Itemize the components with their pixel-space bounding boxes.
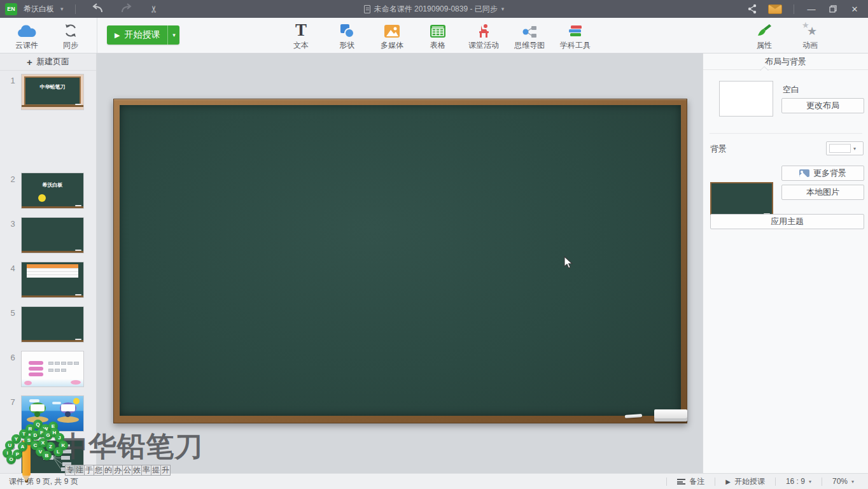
new-page-button[interactable]: + 新建页面 (0, 53, 96, 71)
change-layout-button[interactable]: 更改布局 (781, 98, 864, 113)
blackboard-frame (113, 99, 687, 423)
slide-thumbnail-7[interactable]: 7 (0, 396, 97, 431)
share-icon[interactable] (743, 0, 762, 18)
sync-button[interactable]: 同步 (48, 22, 93, 51)
slide-thumbnail-6[interactable]: 6 (0, 351, 97, 386)
animation-button[interactable]: ★ ★ 动画 (788, 22, 832, 51)
cut-icon[interactable]: ✂ (148, 0, 160, 20)
restore-button[interactable] (823, 0, 843, 18)
class-activity-icon (476, 22, 491, 38)
text-icon: T (295, 22, 307, 38)
background-color-dropdown[interactable]: ▾ (826, 141, 864, 155)
properties-button[interactable]: 属性 (742, 22, 787, 51)
subject-tools-icon (568, 22, 583, 38)
tool-text[interactable]: T 文本 (279, 22, 323, 51)
media-icon (384, 22, 400, 38)
document-icon (364, 5, 370, 13)
color-swatch (829, 144, 851, 153)
statusbar: 课件 第 9 页, 共 9 页 备注 ▶ 开始授课 16 : 9 ▾ 70% ▾ (0, 473, 868, 489)
local-image-button[interactable]: 本地图片 (781, 185, 864, 200)
page-info: 课件 第 9 页, 共 9 页 (0, 476, 78, 487)
minimize-button[interactable]: — (802, 0, 821, 18)
slide-panel: + 新建页面 1 中华铅笔刀 2 希沃白板 3 4 5 (0, 53, 97, 473)
document-title[interactable]: 未命名课件 20190909-0839 - 已同步 (374, 4, 498, 15)
app-name: 希沃白板 (24, 4, 54, 15)
cloud-courseware-button[interactable]: 云课件 (4, 22, 49, 51)
toolbar: 云课件 同步 ▶开始授课 ▾ T 文本 形状 多媒体 表格 课堂活 (0, 18, 868, 53)
panel-pointer (760, 67, 769, 71)
undo-icon[interactable] (87, 3, 109, 15)
notes-button[interactable]: 备注 (667, 476, 715, 487)
divider (97, 18, 97, 53)
slide-canvas[interactable] (97, 53, 703, 473)
aspect-ratio-dropdown[interactable]: 16 : 9 ▾ (776, 477, 822, 486)
zoom-dropdown[interactable]: 70% ▾ (822, 477, 857, 486)
slide-thumbnail-4[interactable]: 4 (0, 262, 97, 297)
more-backgrounds-button[interactable]: 更多背景 (781, 166, 864, 181)
app-logo: EN (5, 3, 17, 15)
apply-theme-button[interactable]: 应用主题 (710, 214, 864, 229)
properties-brush-icon (756, 22, 773, 38)
tool-class-activity[interactable]: 课堂活动 (461, 22, 506, 51)
redo-icon[interactable] (115, 3, 137, 15)
layout-background-panel: 布局与背景 空白 更改布局 背景 ▾ 更多背景 本地图片 应用主题 (703, 53, 868, 473)
plus-icon: + (27, 57, 32, 67)
play-icon: ▶ (725, 478, 731, 485)
image-icon (799, 169, 809, 177)
slide-thumbnail-1[interactable]: 1 中华铅笔刀 (0, 74, 97, 110)
sync-icon (63, 22, 78, 38)
chevron-down-icon: ▾ (853, 146, 856, 152)
close-button[interactable]: ✕ (845, 0, 864, 18)
background-label: 背景 (710, 143, 727, 155)
layout-name: 空白 (783, 84, 799, 96)
start-teaching-status-button[interactable]: ▶ 开始授课 (715, 476, 775, 487)
mindmap-icon (522, 22, 537, 38)
divider (710, 133, 862, 134)
table-icon (430, 22, 446, 38)
shapes-icon (339, 22, 354, 38)
layout-preview[interactable] (719, 81, 773, 117)
chevron-down-icon: ▾ (809, 479, 811, 485)
play-icon: ▶ (115, 31, 120, 39)
divider (75, 4, 76, 14)
app-menu-caret-icon[interactable]: ▾ (60, 6, 64, 12)
slide-thumbnail-3[interactable]: 3 (0, 218, 97, 253)
animation-stars-icon: ★ ★ (801, 22, 820, 38)
notes-icon (677, 479, 685, 485)
tool-media[interactable]: 多媒体 (370, 22, 414, 51)
tool-table[interactable]: 表格 (416, 22, 460, 51)
mail-icon[interactable] (768, 4, 782, 14)
titlebar: EN 希沃白板 ▾ ✂ 未命名课件 20190909-0839 - 已同步 ▾ … (0, 0, 868, 18)
board-eraser (654, 409, 687, 422)
start-teaching-caret-icon[interactable]: ▾ (167, 25, 179, 45)
tool-shapes[interactable]: 形状 (325, 22, 369, 51)
background-preview[interactable] (710, 182, 773, 218)
tool-mindmap[interactable]: 思维导图 (507, 22, 552, 51)
slide-thumbnail-5[interactable]: 5 (0, 307, 97, 342)
divider (794, 4, 794, 14)
tool-subject-tools[interactable]: 学科工具 (553, 22, 598, 51)
slide-thumbnail-2[interactable]: 2 希沃白板 (0, 173, 97, 208)
start-teaching-button[interactable]: ▶开始授课 ▾ (107, 25, 179, 45)
document-title-caret-icon[interactable]: ▾ (501, 6, 505, 12)
cloud-icon (17, 22, 37, 38)
chevron-down-icon: ▾ (851, 479, 854, 485)
blackboard-surface[interactable] (120, 105, 681, 416)
panel-title: 布局与背景 (703, 53, 868, 70)
mouse-cursor (564, 256, 574, 273)
